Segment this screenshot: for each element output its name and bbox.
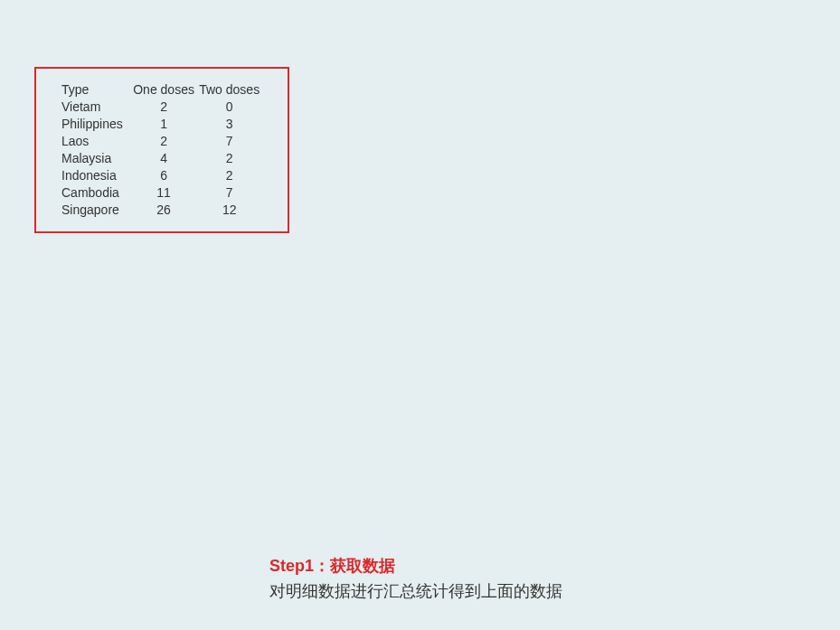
cell-two-doses: 2 — [196, 167, 262, 184]
table-header-row: Type One doses Two doses — [61, 81, 262, 99]
table-row: Laos27 — [61, 133, 262, 150]
cell-type: Malaysia — [61, 150, 131, 167]
table-row: Vietam20 — [61, 99, 262, 116]
cell-two-doses: 7 — [196, 184, 262, 202]
caption-block: Step1：获取数据 对明细数据进行汇总统计得到上面的数据 — [269, 553, 562, 604]
cell-type: Philippines — [61, 116, 131, 133]
table-row: Malaysia42 — [61, 150, 262, 167]
table-row: Philippines13 — [61, 116, 262, 133]
cell-two-doses: 2 — [196, 150, 262, 167]
table-row: Singapore2612 — [61, 202, 262, 219]
cell-type: Cambodia — [61, 184, 131, 202]
table-row: Cambodia117 — [61, 184, 262, 202]
header-type: Type — [61, 81, 131, 99]
cell-one-doses: 11 — [131, 184, 197, 202]
cell-one-doses: 6 — [131, 167, 197, 184]
cell-one-doses: 26 — [131, 202, 197, 219]
header-one-doses: One doses — [131, 81, 197, 99]
header-two-doses: Two doses — [196, 81, 262, 99]
cell-two-doses: 7 — [196, 133, 262, 150]
cell-two-doses: 3 — [196, 116, 262, 133]
cell-one-doses: 1 — [131, 116, 197, 133]
caption-subtitle: 对明细数据进行汇总统计得到上面的数据 — [269, 578, 562, 604]
cell-type: Laos — [61, 133, 131, 150]
cell-one-doses: 2 — [131, 133, 197, 150]
data-table: Type One doses Two doses Vietam20Philipp… — [61, 81, 262, 219]
cell-type: Singapore — [61, 202, 131, 219]
caption-title: Step1：获取数据 — [269, 553, 562, 578]
cell-one-doses: 4 — [131, 150, 197, 167]
cell-type: Indonesia — [61, 167, 131, 184]
data-table-container: Type One doses Two doses Vietam20Philipp… — [34, 67, 289, 233]
cell-two-doses: 0 — [196, 99, 262, 116]
table-row: Indonesia62 — [61, 167, 262, 184]
cell-type: Vietam — [61, 99, 131, 116]
cell-two-doses: 12 — [196, 202, 262, 219]
table-body: Vietam20Philippines13Laos27Malaysia42Ind… — [61, 99, 262, 219]
cell-one-doses: 2 — [131, 99, 197, 116]
